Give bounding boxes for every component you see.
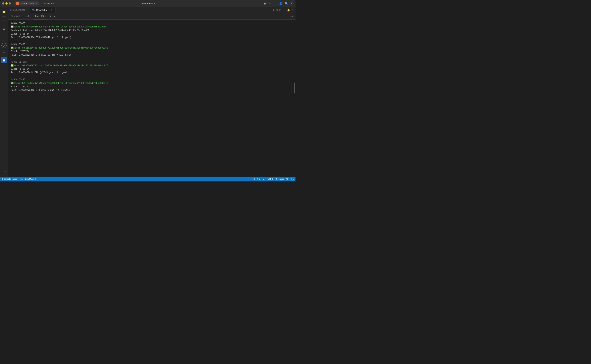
- status-right: ⊙ 9:9 LF UTF-8 4 spaces ⧉ ⊗ 1: [253, 178, 294, 180]
- breadcrumb-file: README.md: [24, 178, 35, 180]
- project-chevron-icon: ▾: [36, 3, 37, 5]
- terminal-block-2: ##### 534351 ✅Hash: 0x6a65234f4b7d9bd857…: [11, 43, 292, 57]
- settings-icon[interactable]: ⚙: [291, 2, 293, 5]
- block3-header: ##### 534351: [11, 60, 292, 64]
- block4-paid: Paid: 0.0000273312 ETH (22776 gas * 1.2 …: [11, 89, 292, 92]
- block1-paid: Paid: 0.0006228504 ETH (519042 gas * 1.2…: [11, 36, 292, 39]
- editor-area: ⬡ deploy.s.sol M↓ README.md ✕ ≡ ⊞ ⊟ ⋯ 🔔 …: [8, 7, 295, 177]
- layout-icon[interactable]: ⊟: [279, 8, 281, 12]
- titlebar: C calldata-cache ▾ ⎇ main ▾ Current File…: [0, 0, 295, 7]
- sidebar-item-extensions[interactable]: ⊞: [1, 25, 7, 32]
- block3-block: Block: 1785754: [11, 67, 292, 71]
- close-button[interactable]: [2, 2, 4, 5]
- folder-icon: 📁: [2, 10, 6, 13]
- terminal-tabs-bar: Terminal Local ✕ Local (2) ✕ + ▾ ⋯ −: [8, 13, 295, 20]
- indent-value: 4 spaces: [276, 178, 284, 180]
- repo-icon: ⊙: [2, 178, 3, 180]
- breadcrumb-repo: calldata-cache: [4, 178, 17, 180]
- sidebar-item-terminal[interactable]: ▣: [1, 57, 7, 63]
- sidebar-item-git-branch[interactable]: ⎇: [1, 169, 7, 176]
- scrollbar-track[interactable]: [294, 20, 295, 177]
- terminal-content[interactable]: ##### 534351 ✅Hash: 0x54776c403f9d2884d6…: [8, 20, 295, 177]
- run-triangle-icon: ▷: [1, 43, 7, 48]
- fullscreen-button[interactable]: [9, 2, 11, 5]
- local-tab-close-icon[interactable]: ✕: [30, 15, 31, 18]
- tab-deploy[interactable]: ⬡ deploy.s.sol: [8, 7, 30, 13]
- error-count: 1: [292, 178, 294, 180]
- search-icon[interactable]: 🔍: [285, 2, 288, 5]
- terminal-dropdown-button[interactable]: ▾: [53, 13, 56, 20]
- terminal-tab-local2[interactable]: Local (2) ✕: [33, 13, 48, 20]
- notification-bell-icon[interactable]: 🔔: [287, 8, 290, 12]
- status-indent[interactable]: 4 spaces: [276, 178, 284, 180]
- block2-paid: Paid: 0.0002273916 ETH (189493 gas * 1.2…: [11, 53, 292, 57]
- minimize-button[interactable]: [6, 2, 8, 5]
- tab-readme-close[interactable]: ✕: [50, 9, 53, 12]
- terminal-tab-label: Terminal: [11, 15, 20, 18]
- status-file[interactable]: M↓ README.md: [20, 178, 36, 180]
- scrollbar-thumb[interactable]: [294, 83, 295, 93]
- status-lf[interactable]: LF: [263, 178, 265, 180]
- charset-value: UTF-8: [268, 178, 273, 180]
- terminal-minimize-icon[interactable]: −: [291, 14, 293, 18]
- status-error[interactable]: ⊗ 1: [290, 178, 294, 180]
- more-dots-icon: ···: [3, 35, 5, 37]
- block3-paid: Paid: 0.000057414 ETH (47845 gas * 1.2 g…: [11, 71, 292, 74]
- sidebar-separator-1: [2, 16, 6, 17]
- terminal-block-1: ##### 534351 ✅Hash: 0x54776c403f9d2884d6…: [11, 22, 292, 39]
- extensions-icon: ⊞: [3, 27, 5, 30]
- split-view-icon[interactable]: ⊞: [276, 8, 278, 12]
- sidebar-separator-2: [2, 40, 6, 41]
- sidebar-item-star[interactable]: ✦: [1, 49, 7, 56]
- block1-contract: Contract Address: 0x6bb7f24e1f80c82b5a7f…: [11, 29, 292, 32]
- status-copilot[interactable]: ⊙: [253, 178, 255, 180]
- tab-deploy-label: deploy.s.sol: [13, 9, 25, 11]
- editor-more-icon[interactable]: ⋯: [283, 8, 286, 12]
- sidebar-item-git[interactable]: ⌥: [1, 18, 7, 25]
- sidebar-item-run[interactable]: ▷: [1, 42, 7, 49]
- terminal-tab-terminal[interactable]: Terminal: [9, 13, 21, 20]
- sidebar-item-more[interactable]: ···: [1, 32, 7, 39]
- tab-readme[interactable]: M↓ README.md ✕: [30, 7, 56, 13]
- info-circle-icon: ℹ: [3, 66, 5, 69]
- branch-name: main: [47, 2, 52, 5]
- block1-hash: ✅Hash: 0x54776c403f9d2884d6f537f35fdfe48…: [11, 25, 292, 29]
- sun-icon[interactable]: ☀: [269, 2, 271, 5]
- sidebar-item-explorer[interactable]: 📁: [1, 8, 7, 15]
- local2-tab-label: Local (2): [35, 15, 44, 18]
- status-repo[interactable]: ⊙ calldata-cache: [2, 178, 17, 180]
- error-icon: ⊗: [290, 178, 292, 180]
- project-name: calldata-cache: [20, 2, 35, 5]
- breadcrumb-separator-icon: ›: [18, 178, 19, 180]
- more-options-icon[interactable]: ⋯: [274, 2, 276, 5]
- file-tabs-bar: ⬡ deploy.s.sol M↓ README.md ✕ ≡ ⊞ ⊟ ⋯ 🔔 …: [8, 7, 295, 13]
- local2-tab-close-icon[interactable]: ✕: [45, 15, 46, 18]
- terminal-add-button[interactable]: +: [49, 13, 53, 20]
- titlebar-center: Current File ▾: [141, 2, 155, 5]
- git-history-icon: ⎇: [2, 170, 6, 174]
- status-bar: ⊙ calldata-cache › M↓ README.md ⊙ 9:9 LF…: [0, 177, 295, 181]
- run-icon[interactable]: ▶: [264, 2, 266, 5]
- local-tab-label: Local: [23, 15, 29, 18]
- status-position[interactable]: 9:9: [258, 178, 260, 180]
- copilot-icon[interactable]: ⊙: [292, 8, 294, 12]
- status-copy-icon[interactable]: ⧉: [286, 178, 288, 180]
- markdown-file-icon: M↓: [20, 178, 23, 180]
- block4-header: ##### 534351: [11, 78, 292, 81]
- block2-hash: ✅Hash: 0x6a65234f4b7d9bd85772139b75bb987…: [11, 46, 292, 50]
- list-view-icon[interactable]: ≡: [273, 8, 274, 12]
- solidity-icon: ⬡: [10, 9, 12, 12]
- terminal-block-3: ##### 534351 ✅Hash: 0xb35605f736fcb4cc50…: [11, 60, 292, 75]
- star-icon: ✦: [3, 51, 5, 55]
- status-charset[interactable]: UTF-8: [268, 178, 273, 180]
- terminal-more-icon[interactable]: ⋯: [288, 15, 290, 18]
- terminal-tabs-actions: ⋯ −: [288, 13, 294, 20]
- project-selector[interactable]: C calldata-cache ▾: [14, 1, 39, 6]
- current-file-label: Current File: [141, 2, 153, 5]
- git-icon: ⌥: [3, 20, 5, 23]
- branch-selector[interactable]: ⎇ main ▾: [42, 2, 55, 6]
- account-icon[interactable]: 👤: [279, 2, 282, 5]
- terminal-tab-local[interactable]: Local ✕: [22, 13, 33, 20]
- sidebar-item-info[interactable]: ℹ: [1, 64, 7, 71]
- block3-hash: ✅Hash: 0xb35605f736fcb4cc50050c60d3c67fb…: [11, 64, 292, 67]
